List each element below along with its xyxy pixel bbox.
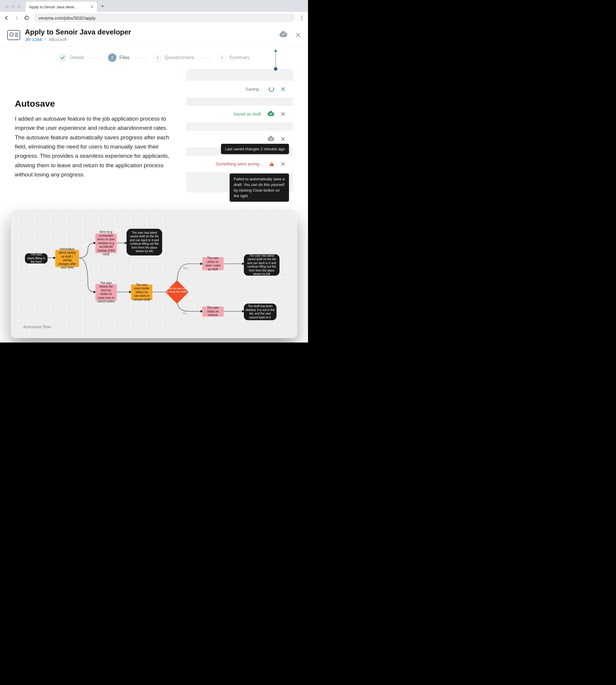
- url-bar[interactable]: verama.com/jobs/3032/apply: [34, 13, 295, 22]
- step-label: Summary: [229, 55, 249, 60]
- step-label: Questionnaire: [164, 55, 194, 60]
- traffic-minimize[interactable]: [11, 5, 15, 8]
- warning-icon: [269, 162, 274, 166]
- tab-close-icon[interactable]: ×: [91, 4, 93, 9]
- step-questionnaire[interactable]: 3 Questionnaire: [153, 53, 194, 62]
- flow-edge-label: Yes: [183, 267, 188, 270]
- stepper: Details 2 Files 3 Questionnaire 4 Summar…: [0, 46, 308, 69]
- new-tab-button[interactable]: +: [97, 3, 108, 12]
- separator-dot: [45, 39, 46, 40]
- traffic-maximize[interactable]: [17, 5, 21, 8]
- step-number: 2: [108, 53, 116, 62]
- step-connector: [135, 58, 147, 58]
- reload-button[interactable]: [24, 15, 30, 21]
- section-body: I added an autosave feature to the job a…: [15, 114, 174, 179]
- company-name: Microsoft: [49, 37, 67, 42]
- flow-node: Error (e.g connection error) or user mis…: [95, 234, 117, 253]
- close-icon[interactable]: [281, 136, 286, 142]
- status-text: Something went wrong...: [215, 161, 263, 167]
- flow-node: Information about saving as draft / savi…: [55, 250, 79, 267]
- tab-title: Apply to Senoir Java developer: [29, 5, 79, 9]
- status-saving: Saving...: [186, 81, 293, 97]
- step-summary[interactable]: 4 Summary: [218, 53, 249, 62]
- nav-forward-button[interactable]: [14, 15, 20, 21]
- nav-back-button[interactable]: [4, 15, 9, 21]
- flow-edge-label: No: [183, 312, 186, 315]
- cloud-check-icon: [268, 112, 274, 116]
- spinner-icon: [269, 86, 274, 92]
- step-number: 3: [153, 53, 161, 62]
- window-controls: [3, 5, 23, 12]
- step-connector: [200, 58, 212, 58]
- flow-node: The user sees modal where he can save or…: [131, 285, 152, 300]
- step-number: 4: [218, 53, 226, 62]
- close-icon[interactable]: [281, 161, 286, 167]
- status-text: Saved as draft: [234, 112, 261, 116]
- tooltip-last-saved: Last saved changes 2 minutes ago: [221, 144, 289, 154]
- flow-node: The user leaves the form by clickin on c…: [95, 284, 117, 301]
- step-details[interactable]: Details: [59, 53, 84, 62]
- flow-decision-label: Does the user want to keep the draft?: [165, 287, 189, 293]
- flow-node: The user clicks on save / save as draft: [202, 257, 224, 270]
- step-files[interactable]: 2 Files: [108, 53, 130, 62]
- browser-menu-button[interactable]: [299, 16, 304, 20]
- tooltip-error: Failed to automatically save a draft. Yo…: [229, 174, 289, 202]
- status-saved: Saved as draft: [186, 106, 293, 123]
- flow-node: The user has latest saved draft on the l…: [244, 254, 280, 276]
- step-label: Details: [70, 55, 84, 60]
- traffic-close[interactable]: [5, 5, 9, 8]
- arrow-up-icon: [274, 49, 277, 52]
- app-header: Apply to Senoir Java developer JR-1244 M…: [0, 24, 308, 46]
- close-button[interactable]: [295, 32, 301, 38]
- flow-node: The user starts filling in the form: [25, 253, 47, 264]
- step-connector: [90, 58, 102, 58]
- status-text: Saving...: [246, 87, 262, 91]
- close-icon[interactable]: [281, 111, 286, 117]
- step-label: Files: [119, 55, 130, 60]
- flowchart: The user starts filling in the form Info…: [11, 210, 297, 338]
- flow-node: The draft has been deleted, it is not in…: [244, 304, 277, 320]
- flow-node: The user clicks on remove: [202, 307, 224, 317]
- url-text: verama.com/jobs/3032/apply: [39, 16, 96, 21]
- section-title: Autosave: [15, 98, 174, 109]
- browser-chrome: Apply to Senoir Java developer × + veram…: [0, 0, 308, 24]
- check-icon: [61, 55, 64, 59]
- cloud-check-icon: [268, 137, 274, 141]
- page-title: Apply to Senoir Java developer: [25, 28, 280, 36]
- browser-tab[interactable]: Apply to Senoir Java developer ×: [25, 2, 97, 12]
- flow-node: The user has latest saved draft on the l…: [127, 229, 162, 256]
- autosave-cloud-icon[interactable]: [280, 32, 287, 38]
- close-icon[interactable]: [281, 86, 286, 92]
- flow-caption: Autosave flow: [23, 324, 51, 329]
- job-id-link[interactable]: JR-1244: [25, 37, 42, 42]
- status-error: Something went wrong...: [186, 156, 293, 172]
- profile-card-icon: [7, 30, 20, 40]
- connector-dot: [274, 67, 278, 71]
- status-panel: Saving... Saved as draft Last saved chan…: [186, 69, 293, 193]
